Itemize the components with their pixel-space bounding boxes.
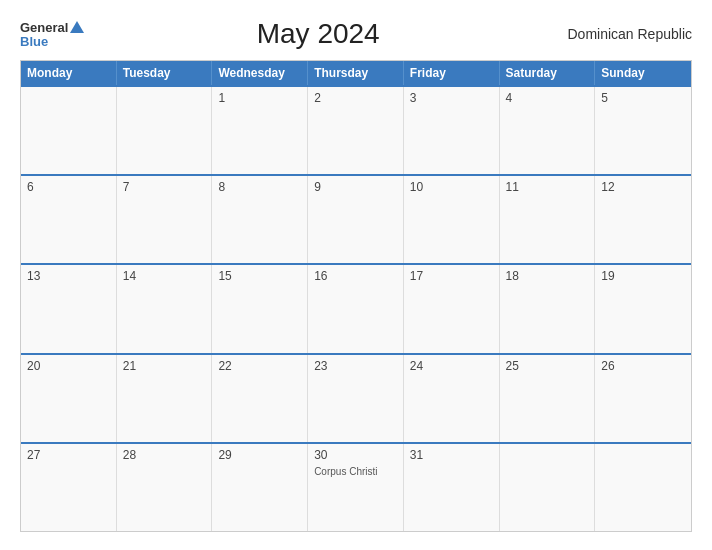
calendar-cell: 28 <box>117 444 213 531</box>
day-number: 25 <box>506 359 589 373</box>
calendar-cell: 11 <box>500 176 596 263</box>
day-number: 18 <box>506 269 589 283</box>
month-title: May 2024 <box>84 18 552 50</box>
day-number: 12 <box>601 180 685 194</box>
calendar-cell: 26 <box>595 355 691 442</box>
day-number: 14 <box>123 269 206 283</box>
day-number: 28 <box>123 448 206 462</box>
calendar-cell: 3 <box>404 87 500 174</box>
calendar-cell: 17 <box>404 265 500 352</box>
event-label: Corpus Christi <box>314 466 397 477</box>
calendar-cell: 29 <box>212 444 308 531</box>
logo: General Blue <box>20 21 84 48</box>
calendar-cell <box>500 444 596 531</box>
day-number: 19 <box>601 269 685 283</box>
day-number: 9 <box>314 180 397 194</box>
calendar-cell: 13 <box>21 265 117 352</box>
day-number: 29 <box>218 448 301 462</box>
calendar-header-row: MondayTuesdayWednesdayThursdayFridaySatu… <box>21 61 691 85</box>
calendar-body: 1234567891011121314151617181920212223242… <box>21 85 691 531</box>
day-number: 11 <box>506 180 589 194</box>
calendar-cell: 12 <box>595 176 691 263</box>
calendar-week-1: 12345 <box>21 85 691 174</box>
day-number: 24 <box>410 359 493 373</box>
calendar-grid: MondayTuesdayWednesdayThursdayFridaySatu… <box>20 60 692 532</box>
calendar-cell: 1 <box>212 87 308 174</box>
day-number: 13 <box>27 269 110 283</box>
logo-triangle-icon <box>70 21 84 33</box>
calendar-cell: 18 <box>500 265 596 352</box>
cal-header-friday: Friday <box>404 61 500 85</box>
calendar-week-4: 20212223242526 <box>21 353 691 442</box>
calendar-cell: 15 <box>212 265 308 352</box>
calendar-cell: 20 <box>21 355 117 442</box>
day-number: 31 <box>410 448 493 462</box>
day-number: 22 <box>218 359 301 373</box>
cal-header-tuesday: Tuesday <box>117 61 213 85</box>
day-number: 4 <box>506 91 589 105</box>
calendar-cell: 7 <box>117 176 213 263</box>
calendar-cell: 21 <box>117 355 213 442</box>
calendar-cell <box>21 87 117 174</box>
day-number: 20 <box>27 359 110 373</box>
calendar-cell: 6 <box>21 176 117 263</box>
calendar-week-2: 6789101112 <box>21 174 691 263</box>
calendar-cell <box>595 444 691 531</box>
calendar-cell: 27 <box>21 444 117 531</box>
calendar-cell: 4 <box>500 87 596 174</box>
day-number: 2 <box>314 91 397 105</box>
day-number: 21 <box>123 359 206 373</box>
calendar-cell: 10 <box>404 176 500 263</box>
day-number: 3 <box>410 91 493 105</box>
day-number: 17 <box>410 269 493 283</box>
day-number: 7 <box>123 180 206 194</box>
day-number: 27 <box>27 448 110 462</box>
cal-header-wednesday: Wednesday <box>212 61 308 85</box>
calendar-week-5: 27282930Corpus Christi31 <box>21 442 691 531</box>
day-number: 30 <box>314 448 397 462</box>
day-number: 6 <box>27 180 110 194</box>
calendar-cell: 25 <box>500 355 596 442</box>
calendar-cell: 31 <box>404 444 500 531</box>
calendar-cell: 2 <box>308 87 404 174</box>
calendar-cell <box>117 87 213 174</box>
logo-general-text: General <box>20 21 68 34</box>
calendar-cell: 19 <box>595 265 691 352</box>
logo-blue-text: Blue <box>20 35 48 48</box>
country-name: Dominican Republic <box>552 26 692 42</box>
calendar-cell: 24 <box>404 355 500 442</box>
calendar-page: General Blue May 2024 Dominican Republic… <box>0 0 712 550</box>
day-number: 15 <box>218 269 301 283</box>
day-number: 23 <box>314 359 397 373</box>
calendar-week-3: 13141516171819 <box>21 263 691 352</box>
day-number: 10 <box>410 180 493 194</box>
header: General Blue May 2024 Dominican Republic <box>20 18 692 50</box>
cal-header-monday: Monday <box>21 61 117 85</box>
cal-header-thursday: Thursday <box>308 61 404 85</box>
cal-header-sunday: Sunday <box>595 61 691 85</box>
calendar-cell: 30Corpus Christi <box>308 444 404 531</box>
calendar-cell: 16 <box>308 265 404 352</box>
day-number: 1 <box>218 91 301 105</box>
calendar-cell: 8 <box>212 176 308 263</box>
cal-header-saturday: Saturday <box>500 61 596 85</box>
day-number: 8 <box>218 180 301 194</box>
calendar-cell: 9 <box>308 176 404 263</box>
calendar-cell: 22 <box>212 355 308 442</box>
day-number: 5 <box>601 91 685 105</box>
day-number: 16 <box>314 269 397 283</box>
day-number: 26 <box>601 359 685 373</box>
calendar-cell: 23 <box>308 355 404 442</box>
calendar-cell: 14 <box>117 265 213 352</box>
calendar-cell: 5 <box>595 87 691 174</box>
